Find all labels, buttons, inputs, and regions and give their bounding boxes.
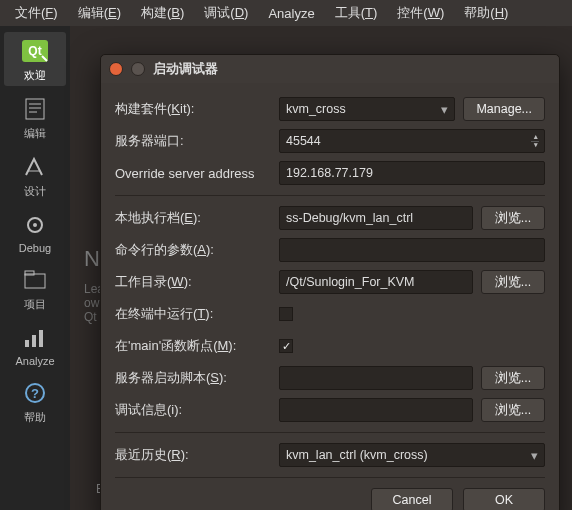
start-debugger-dialog: 启动调试器 构建套件(Kit): kvm_cross Manage... 服务器… xyxy=(100,54,560,510)
spin-arrows-icon[interactable]: ▴▾ xyxy=(530,130,542,152)
dbg-browse-button[interactable]: 浏览... xyxy=(481,398,545,422)
wd-input[interactable]: /Qt/Sunlogin_For_KVM xyxy=(279,270,473,294)
sidebar-item-debug[interactable]: Debug xyxy=(4,206,66,257)
main-break-checkbox[interactable]: ✓ xyxy=(279,339,293,353)
sidebar-item-label: 项目 xyxy=(24,297,46,312)
manage-button[interactable]: Manage... xyxy=(463,97,545,121)
dbg-label: 调试信息(i): xyxy=(115,401,271,419)
sidebar-item-label: Analyze xyxy=(15,355,54,367)
args-label: 命令行的参数(A): xyxy=(115,241,271,259)
port-label: 服务器端口: xyxy=(115,132,271,150)
startup-label: 服务器启动脚本(S): xyxy=(115,369,271,387)
override-input[interactable]: 192.168.77.179 xyxy=(279,161,545,185)
sidebar-item-analyze[interactable]: Analyze xyxy=(4,319,66,370)
svg-rect-9 xyxy=(25,274,45,288)
svg-rect-12 xyxy=(32,335,36,347)
startup-input[interactable] xyxy=(279,366,473,390)
project-icon xyxy=(18,265,52,295)
qt-icon: Qt xyxy=(18,36,52,66)
wd-label: 工作目录(W): xyxy=(115,273,271,291)
cancel-button[interactable]: Cancel xyxy=(371,488,453,510)
svg-rect-11 xyxy=(25,340,29,347)
recent-label: 最近历史(R): xyxy=(115,446,271,464)
menu-f[interactable]: 文件(F) xyxy=(6,2,67,24)
sidebar-item-label: 编辑 xyxy=(24,126,46,141)
override-label: Override server address xyxy=(115,166,271,181)
edit-icon xyxy=(18,94,52,124)
design-icon xyxy=(18,152,52,182)
startup-browse-button[interactable]: 浏览... xyxy=(481,366,545,390)
dialog-title: 启动调试器 xyxy=(153,60,218,78)
menu-analyze[interactable]: Analyze xyxy=(259,4,323,23)
svg-rect-13 xyxy=(39,330,43,347)
exe-label: 本地执行档(E): xyxy=(115,209,271,227)
analyze-icon xyxy=(18,323,52,353)
svg-rect-2 xyxy=(26,99,44,119)
svg-text:Qt: Qt xyxy=(28,44,41,58)
debug-icon xyxy=(18,210,52,240)
dialog-titlebar[interactable]: 启动调试器 xyxy=(101,55,559,83)
main-break-label: 在'main'函数断点(M): xyxy=(115,337,271,355)
sidebar: Qt欢迎编辑设计Debug项目Analyze?帮助 xyxy=(0,26,70,510)
menu-t[interactable]: 工具(T) xyxy=(326,2,387,24)
sidebar-item-help[interactable]: ?帮助 xyxy=(4,374,66,428)
sidebar-item-label: 欢迎 xyxy=(24,68,46,83)
svg-text:?: ? xyxy=(31,386,39,401)
terminal-checkbox[interactable] xyxy=(279,307,293,321)
wd-browse-button[interactable]: 浏览... xyxy=(481,270,545,294)
sidebar-item-qt[interactable]: Qt欢迎 xyxy=(4,32,66,86)
menubar: 文件(F)编辑(E)构建(B)调试(D)Analyze工具(T)控件(W)帮助(… xyxy=(0,0,572,26)
kit-combo[interactable]: kvm_cross xyxy=(279,97,455,121)
menu-h[interactable]: 帮助(H) xyxy=(455,2,517,24)
sidebar-item-label: 帮助 xyxy=(24,410,46,425)
ok-button[interactable]: OK xyxy=(463,488,545,510)
sidebar-item-edit[interactable]: 编辑 xyxy=(4,90,66,144)
svg-point-8 xyxy=(33,223,37,227)
sidebar-item-project[interactable]: 项目 xyxy=(4,261,66,315)
sidebar-item-label: Debug xyxy=(19,242,51,254)
sidebar-item-label: 设计 xyxy=(24,184,46,199)
help-icon: ? xyxy=(18,378,52,408)
minimize-icon[interactable] xyxy=(131,62,145,76)
menu-e[interactable]: 编辑(E) xyxy=(69,2,130,24)
sidebar-item-design[interactable]: 设计 xyxy=(4,148,66,202)
close-icon[interactable] xyxy=(109,62,123,76)
dbg-input[interactable] xyxy=(279,398,473,422)
terminal-label: 在终端中运行(T): xyxy=(115,305,271,323)
args-input[interactable] xyxy=(279,238,545,262)
menu-d[interactable]: 调试(D) xyxy=(195,2,257,24)
exe-browse-button[interactable]: 浏览... xyxy=(481,206,545,230)
port-spinbox[interactable]: 45544 ▴▾ xyxy=(279,129,545,153)
menu-w[interactable]: 控件(W) xyxy=(388,2,453,24)
recent-combo[interactable]: kvm_lan_ctrl (kvm_cross) xyxy=(279,443,545,467)
menu-b[interactable]: 构建(B) xyxy=(132,2,193,24)
kit-label: 构建套件(Kit): xyxy=(115,100,271,118)
exe-input[interactable]: ss-Debug/kvm_lan_ctrl xyxy=(279,206,473,230)
